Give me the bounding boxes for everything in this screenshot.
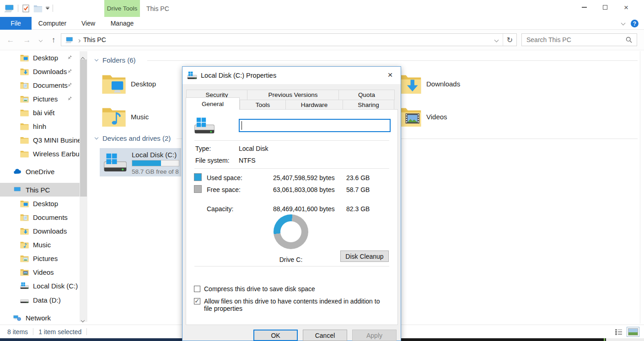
drive-c-label: Drive C: bbox=[268, 256, 314, 263]
history-dropdown-icon[interactable] bbox=[37, 30, 45, 50]
group-header-devices[interactable]: Devices and drives (2) bbox=[95, 134, 171, 142]
title-bar: Drive Tools This PC × bbox=[0, 0, 644, 17]
breadcrumb-chevron-icon[interactable] bbox=[78, 36, 80, 44]
close-button[interactable]: × bbox=[616, 0, 637, 15]
customize-toolbar-icon[interactable] bbox=[46, 7, 49, 10]
onedrive-icon bbox=[13, 168, 21, 176]
group-header-folders[interactable]: Folders (6) bbox=[95, 56, 136, 64]
folder-icon bbox=[20, 136, 29, 144]
sidebar-item-documents-pc[interactable]: Documents bbox=[0, 210, 80, 224]
tab-general[interactable]: General bbox=[186, 97, 240, 110]
collapse-group-icon[interactable] bbox=[95, 58, 98, 61]
forward-button[interactable]: → bbox=[21, 30, 33, 50]
collapse-ribbon-icon[interactable] bbox=[621, 21, 626, 26]
sidebar-item-music[interactable]: Music bbox=[0, 238, 80, 251]
cancel-button[interactable]: Cancel bbox=[303, 330, 347, 341]
tile-downloads[interactable]: Downloads bbox=[397, 69, 479, 98]
sidebar-item-hinh[interactable]: hình bbox=[0, 119, 80, 133]
file-system-value: NTFS bbox=[239, 157, 256, 164]
tab-manage[interactable]: Manage bbox=[104, 17, 140, 30]
large-icons-view-button[interactable] bbox=[627, 327, 639, 337]
maximize-button[interactable] bbox=[595, 0, 616, 15]
capacity-bytes: 88,469,401,600 bytes bbox=[273, 205, 335, 213]
tab-previous-versions[interactable]: Previous Versions bbox=[247, 90, 339, 100]
search-input[interactable] bbox=[522, 36, 625, 43]
used-space-bytes: 25,407,598,592 bytes bbox=[273, 174, 335, 181]
search-icon[interactable] bbox=[625, 36, 633, 43]
capacity-bar-fill bbox=[132, 160, 161, 166]
drive-name-input[interactable] bbox=[239, 119, 391, 132]
close-icon: × bbox=[624, 4, 628, 11]
sidebar-item-desktop[interactable]: Desktop bbox=[0, 51, 80, 64]
tile-desktop[interactable]: Desktop bbox=[102, 69, 184, 98]
up-button[interactable]: ↑ bbox=[48, 30, 59, 50]
desktop-folder-icon bbox=[102, 73, 126, 95]
tile-music[interactable]: Music bbox=[102, 102, 184, 131]
sidebar-item-bai-viet[interactable]: bài viết bbox=[0, 106, 80, 119]
new-folder-icon[interactable] bbox=[33, 5, 43, 12]
tab-quota[interactable]: Quota bbox=[338, 90, 395, 100]
sidebar-item-videos[interactable]: Videos bbox=[0, 265, 80, 279]
address-bar[interactable]: This PC ↻ bbox=[61, 33, 517, 46]
sidebar-item-this-pc[interactable]: This PC bbox=[0, 183, 80, 197]
tab-tools[interactable]: Tools bbox=[240, 100, 286, 110]
sidebar-item-q3-mini[interactable]: Q3 MINI Busines bbox=[0, 133, 80, 147]
sidebar-item-wireless-earbuds[interactable]: Wireless Earbuds bbox=[0, 147, 80, 160]
breadcrumb[interactable]: This PC bbox=[83, 36, 106, 43]
capacity-size: 82.3 GB bbox=[346, 205, 370, 213]
group-rule bbox=[147, 60, 638, 61]
items-count: 8 items bbox=[7, 328, 28, 336]
folder-icon bbox=[20, 109, 29, 117]
sidebar-scrollbar[interactable] bbox=[80, 51, 87, 322]
refresh-icon[interactable]: ↻ bbox=[503, 34, 516, 46]
scroll-down-icon[interactable] bbox=[81, 315, 84, 324]
tab-view[interactable]: View bbox=[73, 17, 103, 30]
disk-cleanup-button[interactable]: Disk Cleanup bbox=[340, 250, 389, 262]
sidebar-item-pictures[interactable]: Pictures bbox=[0, 92, 80, 106]
address-dropdown-icon[interactable] bbox=[490, 34, 503, 46]
compress-checkbox[interactable] bbox=[194, 286, 200, 292]
tab-hardware[interactable]: Hardware bbox=[285, 100, 343, 110]
minimize-button[interactable] bbox=[574, 0, 595, 15]
apply-button[interactable]: Apply bbox=[352, 330, 397, 341]
sidebar-item-onedrive[interactable]: OneDrive bbox=[0, 165, 80, 178]
dialog-close-button[interactable]: × bbox=[382, 68, 398, 82]
local-disk-icon bbox=[20, 282, 29, 290]
tile-videos[interactable]: Videos bbox=[397, 102, 479, 131]
tab-computer[interactable]: Computer bbox=[32, 17, 73, 30]
scrollbar-thumb[interactable] bbox=[80, 59, 87, 197]
compress-checkbox-label[interactable]: Compress this drive to save disk space bbox=[204, 286, 387, 293]
help-icon[interactable]: ? bbox=[631, 20, 639, 27]
details-view-button[interactable] bbox=[615, 329, 623, 336]
sidebar-item-local-disk-c[interactable]: Local Disk (C:) bbox=[0, 279, 80, 293]
tab-file[interactable]: File bbox=[0, 17, 32, 30]
index-checkbox-label[interactable]: Allow files on this drive to have conten… bbox=[204, 298, 385, 312]
sidebar-item-network[interactable]: Network bbox=[0, 311, 80, 325]
properties-icon[interactable] bbox=[21, 4, 30, 13]
folder-icon bbox=[20, 123, 29, 130]
collapse-group-icon[interactable] bbox=[95, 136, 98, 139]
file-explorer-window: Drive Tools This PC × File Computer View… bbox=[0, 0, 644, 341]
index-checkbox[interactable]: ✓ bbox=[194, 298, 200, 304]
sidebar-item-downloads-pc[interactable]: Downloads bbox=[0, 224, 80, 238]
sidebar-item-documents[interactable]: Documents bbox=[0, 78, 80, 92]
desktop-folder-icon bbox=[20, 54, 29, 62]
sidebar-item-pictures-pc[interactable]: Pictures bbox=[0, 251, 80, 265]
type-label: Type: bbox=[195, 145, 211, 152]
divider bbox=[33, 328, 33, 335]
sidebar-item-data-d[interactable]: Data (D:) bbox=[0, 293, 80, 307]
search-box[interactable] bbox=[521, 33, 637, 46]
back-button[interactable]: ← bbox=[5, 30, 16, 50]
tab-sharing[interactable]: Sharing bbox=[343, 100, 394, 110]
tile-local-disk-c[interactable]: Local Disk (C:) 58.7 GB free of 8 bbox=[100, 148, 181, 176]
ok-button[interactable]: OK bbox=[253, 330, 298, 341]
pictures-folder-icon bbox=[20, 95, 29, 103]
sidebar-item-downloads[interactable]: Downloads bbox=[0, 64, 80, 78]
folder-icon bbox=[20, 150, 29, 158]
content-scrollbar[interactable] bbox=[640, 51, 640, 324]
navigation-bar: ← → ↑ This PC ↻ bbox=[0, 30, 644, 50]
sidebar-item-desktop-pc[interactable]: Desktop bbox=[0, 197, 80, 210]
file-system-label: File system: bbox=[195, 157, 230, 164]
this-pc-icon[interactable] bbox=[4, 4, 15, 13]
context-tab-drive-tools[interactable]: Drive Tools bbox=[104, 0, 140, 17]
